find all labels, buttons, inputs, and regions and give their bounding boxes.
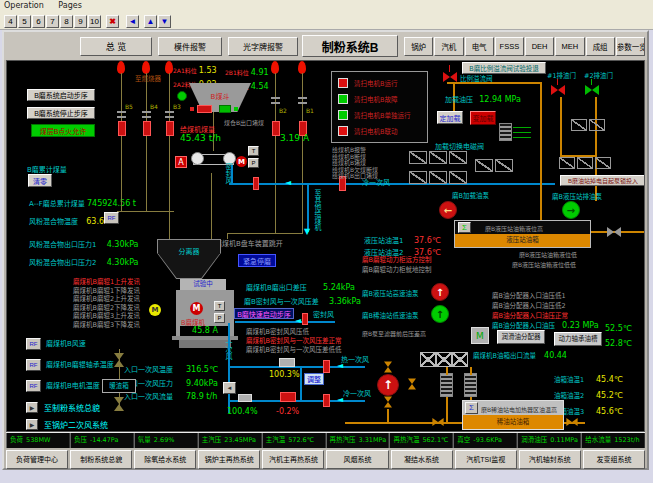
page-number-button[interactable]: 8 bbox=[60, 15, 73, 28]
solenoid-valve-icon[interactable] bbox=[559, 157, 575, 169]
system-button[interactable]: 成组 bbox=[586, 37, 615, 56]
arrow-down-icon[interactable]: ▼ bbox=[158, 15, 171, 28]
solenoid-valve-icon[interactable] bbox=[409, 171, 427, 184]
gate-closed-icon[interactable] bbox=[197, 105, 212, 113]
point-button[interactable]: P bbox=[248, 158, 259, 168]
page-link[interactable]: 至制粉系统总貌 bbox=[44, 402, 100, 413]
lube-pump-icon[interactable]: ↑ bbox=[377, 374, 399, 396]
menu-pages[interactable]: Pages bbox=[58, 1, 82, 10]
hot-pa-valve-icon[interactable] bbox=[323, 360, 330, 373]
system-button[interactable]: FSSS bbox=[495, 37, 524, 56]
cold-pa-damper-icon[interactable] bbox=[238, 394, 252, 402]
manual-valve-icon[interactable] bbox=[384, 361, 392, 372]
solenoid-valve-icon[interactable] bbox=[577, 157, 593, 169]
clear-button[interactable]: 清零 bbox=[28, 174, 52, 187]
slag-valve-icon[interactable] bbox=[114, 397, 124, 411]
quick-start-button[interactable]: B磨快速启动步序 bbox=[234, 308, 294, 319]
arrow-up-icon[interactable]: ▲ bbox=[144, 15, 157, 28]
nav-button[interactable]: 汽机轴封系统 bbox=[519, 450, 581, 469]
coal-valve-icon[interactable] bbox=[143, 121, 151, 136]
manual-valve-icon[interactable] bbox=[432, 418, 443, 426]
coal-valve-icon[interactable] bbox=[272, 121, 280, 136]
adjust-button[interactable]: 调整 bbox=[304, 373, 324, 385]
menu-operation[interactable]: Operation bbox=[4, 1, 44, 10]
mill-stop-seq-button[interactable]: B磨系统停止步序 bbox=[27, 107, 95, 119]
page-number-button[interactable]: 7 bbox=[46, 15, 59, 28]
system-button[interactable]: 锅炉 bbox=[404, 37, 433, 56]
sigma-button[interactable]: Σ bbox=[458, 222, 471, 233]
cold-pa-damper2-icon[interactable] bbox=[280, 392, 296, 402]
manual-valve-icon[interactable] bbox=[384, 396, 392, 407]
rf-button[interactable]: RF bbox=[26, 380, 41, 392]
arrow-left-icon[interactable]: ◄ bbox=[126, 15, 139, 28]
manual-valve-icon[interactable] bbox=[408, 378, 416, 389]
module-alarm-button[interactable]: 模件报警 bbox=[158, 37, 222, 56]
var-load-button[interactable]: 变加载 bbox=[470, 111, 496, 125]
page-number-button[interactable]: 5 bbox=[18, 15, 31, 28]
solenoid-valve-icon[interactable] bbox=[449, 151, 467, 164]
solenoid-valve-icon[interactable] bbox=[429, 151, 447, 164]
ignition-permit-button[interactable]: 煤层B点火允许 bbox=[31, 124, 95, 137]
sigma-button[interactable]: Σ bbox=[465, 402, 478, 414]
solenoid-valve-icon[interactable] bbox=[449, 171, 467, 184]
mill-start-seq-button[interactable]: B磨系统启动步序 bbox=[27, 89, 95, 101]
rf-button[interactable]: RF bbox=[104, 212, 119, 224]
manual-valve-icon[interactable] bbox=[566, 418, 577, 426]
slag-gate1-valve-icon[interactable] bbox=[551, 85, 565, 95]
cold-pa-valve-icon[interactable] bbox=[323, 394, 330, 407]
trend-button[interactable]: T bbox=[214, 301, 225, 311]
solenoid-valve-icon[interactable] bbox=[589, 119, 605, 131]
slag-valve-icon[interactable] bbox=[114, 353, 124, 367]
page-number-button[interactable]: 6 bbox=[32, 15, 45, 28]
solenoid-valve-icon[interactable] bbox=[495, 159, 513, 172]
hot-pa-damper-icon[interactable] bbox=[279, 358, 295, 367]
load-pump-icon[interactable]: ← bbox=[439, 201, 457, 219]
nav-button[interactable]: 汽机TSI监视 bbox=[455, 450, 517, 469]
prop-relief-valve-icon[interactable] bbox=[443, 72, 457, 82]
overview-button[interactable]: 总 览 bbox=[80, 37, 152, 56]
nav-button[interactable]: 凝结水系统 bbox=[391, 450, 453, 469]
close-alarm-icon[interactable]: ✖ bbox=[106, 15, 119, 28]
low-speed-pump-icon[interactable]: ↑ bbox=[431, 305, 449, 323]
seal-air-valve-icon[interactable] bbox=[302, 313, 308, 325]
seal-air-valve-icon[interactable] bbox=[253, 177, 259, 190]
rf-button[interactable]: RF bbox=[26, 359, 41, 371]
page-number-button[interactable]: 4 bbox=[4, 15, 17, 28]
estop-button[interactable]: 紧急停磨 bbox=[238, 254, 276, 267]
system-button[interactable]: MEH bbox=[555, 37, 584, 56]
back-arrow-button[interactable]: ◄ bbox=[223, 382, 236, 394]
solenoid-valve-icon[interactable] bbox=[475, 159, 493, 172]
solenoid-valve-icon[interactable] bbox=[429, 171, 447, 184]
goto-arrow-icon[interactable]: ▶ bbox=[26, 419, 38, 430]
solenoid-valve-icon[interactable] bbox=[595, 157, 611, 169]
system-button[interactable]: DEH bbox=[525, 37, 554, 56]
nav-button[interactable]: 汽机主再热系统 bbox=[262, 450, 324, 469]
page-link[interactable]: 至锅炉二次风系统 bbox=[44, 419, 108, 430]
gate-open-icon[interactable] bbox=[219, 105, 231, 113]
rf-button[interactable]: RF bbox=[26, 338, 41, 350]
nav-button[interactable]: 除氧给水系统 bbox=[134, 450, 196, 469]
coal-valve-icon[interactable] bbox=[118, 121, 126, 136]
system-button[interactable]: 汽机 bbox=[434, 37, 463, 56]
mill-motor-icon[interactable]: M bbox=[190, 302, 203, 315]
drain-pump-icon[interactable]: → bbox=[562, 201, 580, 219]
nav-button[interactable]: 负荷管理中心 bbox=[6, 450, 68, 469]
page-number-button[interactable]: 9 bbox=[74, 15, 87, 28]
power-fail-interlock-button[interactable]: B磨油站掉电自起泵锁投入 bbox=[560, 175, 645, 186]
coal-valve-icon[interactable] bbox=[166, 121, 174, 136]
high-speed-pump-icon[interactable]: ↑ bbox=[431, 283, 449, 301]
manual-valve-icon[interactable] bbox=[607, 227, 621, 237]
nav-button[interactable]: 风烟系统 bbox=[326, 450, 388, 469]
trend-button[interactable]: T bbox=[248, 146, 259, 156]
nav-button[interactable]: 锅炉主再热系统 bbox=[198, 450, 260, 469]
solenoid-valve-icon[interactable] bbox=[571, 119, 587, 131]
page-number-button[interactable]: 10 bbox=[88, 15, 101, 28]
system-button[interactable]: 电气 bbox=[465, 37, 494, 56]
nav-button[interactable]: 制粉系统总貌 bbox=[70, 450, 132, 469]
slag-gate2-valve-icon[interactable] bbox=[585, 85, 599, 95]
solenoid-valve-icon[interactable] bbox=[409, 151, 427, 164]
annunciator-alarm-button[interactable]: 光字牌报警 bbox=[228, 37, 298, 56]
goto-arrow-icon[interactable]: ▶ bbox=[26, 402, 38, 413]
system-button[interactable]: 参数一览 bbox=[616, 37, 645, 56]
nav-button[interactable]: 发变组系统 bbox=[583, 450, 645, 469]
